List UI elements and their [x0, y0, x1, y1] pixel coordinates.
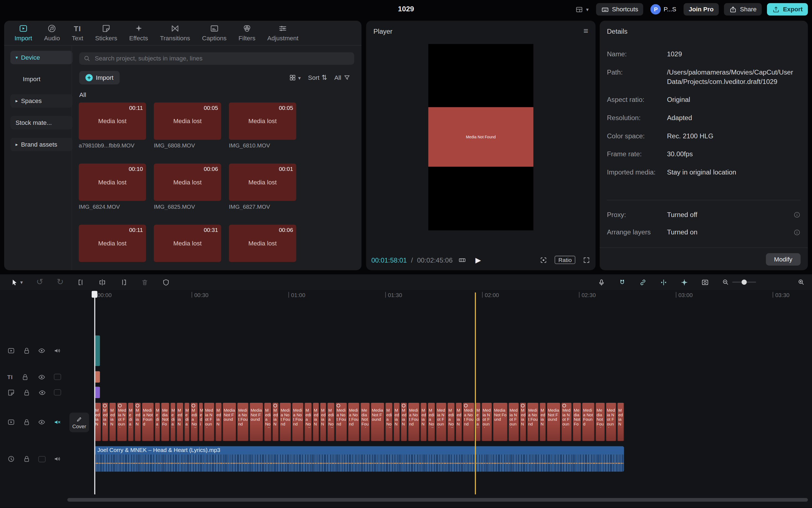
lock-icon[interactable] — [23, 455, 31, 463]
media-item[interactable]: 00:11 Media lost a79810b9...fbb9.MOV — [79, 102, 146, 149]
join-pro-button[interactable]: Join Pro — [684, 3, 719, 15]
timeline-clip[interactable]: Media Not Found — [617, 403, 624, 441]
overlay-video-clip[interactable] — [94, 335, 100, 366]
filter-button[interactable]: All — [331, 72, 354, 84]
speaker-icon[interactable] — [53, 347, 61, 354]
empty-toggle[interactable] — [54, 389, 61, 396]
timeline-clip[interactable]: Media Not Found — [199, 403, 203, 441]
tab-audio[interactable]: Audio — [44, 24, 60, 42]
eye-icon[interactable] — [38, 347, 46, 354]
search-bar[interactable] — [79, 52, 354, 65]
sidebar-item-device[interactable]: ▾ Device — [10, 51, 73, 64]
ratio-button[interactable]: Ratio — [555, 256, 575, 264]
timeline-clip[interactable]: Media Not Found — [170, 403, 176, 441]
timeline-clip[interactable]: Media Not Found — [606, 403, 616, 441]
media-thumbnail[interactable]: 00:01 Media lost — [229, 164, 296, 201]
delete-button[interactable] — [141, 278, 149, 286]
timeline-clip[interactable]: Media Not Found — [292, 403, 303, 441]
timeline-clip[interactable]: Media Not Found — [520, 403, 526, 441]
timeline-clip[interactable]: Media Not Found — [394, 403, 400, 441]
sort-button[interactable]: Sort ⇅ — [304, 72, 331, 84]
preview-axis-toggle[interactable] — [681, 278, 688, 286]
timeline-clip[interactable]: Media Not Found — [237, 403, 249, 441]
split-button[interactable] — [98, 278, 106, 286]
timeline-clip[interactable]: Media Not Found — [509, 403, 519, 441]
timeline-clip[interactable]: Media Not Found — [475, 403, 481, 441]
text-clip[interactable] — [94, 371, 100, 382]
timeline-clip[interactable]: Media Not Found — [401, 403, 407, 441]
record-voiceover-button[interactable] — [598, 278, 605, 286]
shortcuts-button[interactable]: Shortcuts — [596, 3, 644, 15]
timeline-clip[interactable]: Media Not Found — [482, 403, 492, 441]
video-preview[interactable]: Media Not Found — [429, 44, 534, 230]
media-item[interactable]: 00:06 Media lost — [229, 225, 296, 264]
timeline-clip[interactable]: Media Not Found — [204, 403, 215, 441]
tab-text[interactable]: TI Text — [72, 24, 83, 42]
media-item[interactable]: 00:01 Media lost IMG_6827.MOV — [229, 164, 296, 210]
account-button[interactable]: P P...S — [649, 3, 678, 15]
media-thumbnail[interactable]: 00:10 Media lost — [79, 164, 146, 201]
media-item[interactable]: 00:31 Media lost — [154, 225, 221, 264]
lock-icon[interactable] — [21, 373, 29, 381]
info-icon[interactable] — [794, 228, 801, 236]
select-tool-button[interactable]: ▾ — [10, 278, 23, 286]
sticker-clip[interactable] — [94, 387, 100, 398]
sidebar-item-spaces[interactable]: ▸ Spaces — [10, 94, 73, 108]
tab-effects[interactable]: Effects — [129, 24, 148, 42]
timeline-clip[interactable]: Media Not Found — [493, 403, 508, 441]
timeline-clip[interactable]: Media Not Found — [222, 403, 236, 441]
player-menu-icon[interactable]: ≡ — [583, 27, 588, 36]
timeline-clip[interactable]: Media Not Found — [135, 403, 141, 441]
timeline-clip[interactable]: Media Not Found — [109, 403, 116, 441]
timeline-clip[interactable]: Media Not Found — [335, 403, 347, 441]
frame-view-icon[interactable] — [458, 256, 466, 264]
media-thumbnail[interactable]: 00:06 Media lost — [154, 164, 221, 201]
media-item[interactable]: 00:05 Media lost IMG_6808.MOV — [154, 102, 221, 149]
timeline-clip[interactable]: Media Not Found — [540, 403, 546, 441]
eye-icon[interactable] — [38, 388, 46, 396]
preview-marker-line[interactable] — [475, 292, 476, 494]
zoom-out-icon[interactable] — [722, 279, 729, 286]
timeline-clip[interactable]: Media Not Found — [348, 403, 359, 441]
media-thumbnail[interactable]: 00:31 Media lost — [154, 225, 221, 262]
tab-transitions[interactable]: Transitions — [160, 24, 190, 42]
timeline-clip[interactable]: Media Not Found — [428, 403, 435, 441]
timeline-clip[interactable]: Media Not Found — [562, 403, 572, 441]
sidebar-item-brand-assets[interactable]: ▸ Brand assets — [10, 138, 73, 151]
timeline-clip[interactable]: Media Not Found — [215, 403, 222, 441]
media-thumbnail[interactable]: 00:06 Media lost — [229, 225, 296, 262]
playhead-handle[interactable] — [92, 291, 97, 298]
timeline-ruler[interactable]: 00:00 00:30 01:00 01:30 02:00 02:30 03:0… — [0, 291, 812, 300]
timeline-clip[interactable]: Media Not Found — [320, 403, 326, 441]
undo-button[interactable]: ↺ — [36, 278, 43, 286]
edit-cover-button[interactable]: Cover — [69, 413, 89, 432]
timeline-clip[interactable]: Media Not Found — [456, 403, 462, 441]
mask-view-button[interactable] — [701, 278, 709, 286]
link-toggle[interactable] — [639, 278, 647, 286]
timeline-clip[interactable]: Media Not Found — [142, 403, 154, 441]
timeline-clip[interactable]: Media Not Found — [408, 403, 419, 441]
media-item[interactable]: 00:10 Media lost IMG_6824.MOV — [79, 164, 146, 210]
timeline-clip[interactable]: Media Not Found — [272, 403, 279, 441]
import-media-button[interactable]: + Import — [79, 71, 120, 84]
eye-icon[interactable] — [38, 418, 46, 426]
timeline-clip[interactable]: Media Not Found — [596, 403, 605, 441]
timeline-clip[interactable]: Media Not Found — [313, 403, 319, 441]
media-thumbnail[interactable]: 00:11 Media lost — [79, 102, 146, 140]
timeline-clip[interactable]: Media Not Found — [161, 403, 169, 441]
timeline-clip[interactable]: Media Not Found — [385, 403, 393, 441]
timeline-clip[interactable]: Media Not Found — [573, 403, 581, 441]
media-item[interactable]: 00:05 Media lost IMG_6810.MOV — [229, 102, 296, 149]
timeline-clip[interactable]: Media Not Found — [436, 403, 447, 441]
timeline-clip[interactable]: Media Not Found — [327, 403, 334, 441]
empty-toggle[interactable] — [38, 456, 46, 462]
tab-adjustment[interactable]: Adjustment — [267, 24, 298, 42]
tab-stickers[interactable]: Stickers — [95, 24, 117, 42]
tab-import[interactable]: Import — [15, 24, 32, 42]
focus-icon[interactable] — [540, 256, 547, 264]
search-input[interactable] — [94, 54, 350, 63]
timeline-clip[interactable]: Media Not Found — [463, 403, 474, 441]
empty-toggle[interactable] — [54, 374, 61, 380]
playhead-line[interactable] — [94, 291, 95, 495]
modify-button[interactable]: Modify — [766, 253, 800, 266]
